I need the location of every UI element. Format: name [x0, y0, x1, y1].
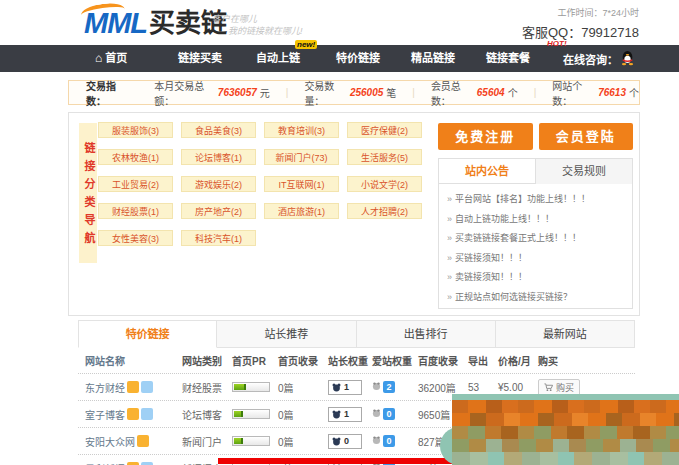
announcement-item[interactable]: »正规站点如何选链接买链接？ — [447, 288, 624, 308]
panda-icon — [372, 436, 381, 445]
category-item[interactable]: 科技汽车(1) — [181, 230, 256, 246]
pr-bar — [232, 436, 270, 446]
tab-newest-sites[interactable]: 最新网站 — [496, 320, 635, 348]
category-item[interactable]: 人才招聘(2) — [347, 203, 422, 219]
cert-blue-icon — [141, 381, 153, 393]
announcement-item[interactable]: »买卖链链接套餐正式上线！！！ — [447, 229, 624, 249]
stat-value: 256005 — [350, 87, 383, 98]
category-item[interactable]: 小说文学(2) — [347, 176, 422, 192]
login-button[interactable]: 会员登陆 — [539, 123, 634, 150]
category-item[interactable]: 生活服务(5) — [347, 149, 422, 165]
tagline-line1: 客户在哪儿 — [212, 13, 303, 25]
cart-icon — [544, 383, 553, 392]
col-baidu-index: 百度收录 — [418, 353, 468, 368]
category-item[interactable]: IT互联网(1) — [264, 176, 339, 192]
category-item[interactable]: 房产地产(2) — [181, 203, 256, 219]
aizhan-weight-badge: 2 — [372, 381, 395, 393]
aizhan-weight-badge: 0 — [372, 408, 395, 420]
chinaz-weight-cell: 0 — [328, 434, 372, 449]
col-buy: 购买 — [538, 353, 635, 368]
col-site-name: 网站名称 — [85, 353, 182, 368]
bullet-icon: » — [447, 233, 452, 243]
service-qq: 客服QQ：79912718 — [522, 22, 639, 41]
stat-value: 7636057 — [218, 87, 257, 98]
site-name-link[interactable]: 室子博客 — [85, 407, 182, 422]
site-logo[interactable]: MML 买卖链 — [84, 8, 227, 38]
category-item[interactable]: 论坛博客(1) — [181, 149, 256, 165]
qq-penguin-icon[interactable] — [620, 50, 635, 68]
announcement-item[interactable]: »平台网站【排名】功能上线！！！ — [447, 190, 624, 210]
stat-divider: | — [534, 87, 537, 98]
category-grid: 服装服饰(3) 食品美食(3) 教育培训(3) 医疗保健(2) 农林牧渔(1) … — [98, 122, 433, 246]
site-name-link[interactable]: 显利新闻 — [85, 461, 182, 465]
navbar: ⌂首页 链接买卖 自动上链 特价链接 精品链接 链接套餐 new! HOT! 在… — [0, 45, 679, 72]
export-count: 53 — [468, 382, 498, 393]
site-name-link[interactable]: 东方财经 — [85, 380, 182, 395]
nav-item-auto-link[interactable]: 自动上链 — [256, 45, 300, 72]
nav-item-special-links[interactable]: 特价链接 — [336, 45, 380, 72]
site-category: 财经股票 — [182, 380, 232, 395]
category-item[interactable]: 服装服饰(3) — [98, 122, 173, 138]
tab-trade-rules[interactable]: 交易规则 — [535, 159, 632, 184]
tab-webmaster-recommend[interactable]: 站长推荐 — [217, 320, 356, 348]
bullet-icon: » — [447, 253, 452, 263]
pr-bar — [232, 409, 270, 419]
bullet-icon: » — [447, 194, 452, 204]
stat-monthly-total: 本月交易总额：7636057元 — [154, 78, 270, 108]
chinaz-weight-cell: 1 — [328, 407, 372, 422]
aizhan-weight-cell: 2 — [372, 381, 418, 394]
category-item[interactable]: 医疗保健(2) — [347, 122, 422, 138]
pr-bar — [232, 382, 270, 392]
pr-bar-cell — [232, 382, 278, 392]
category-item[interactable]: 食品美食(3) — [181, 122, 256, 138]
announcement-item[interactable]: »买链接须知！！！ — [447, 249, 624, 269]
category-item[interactable]: 财经股票(1) — [98, 203, 173, 219]
chinaz-weight-cell: 1 — [328, 380, 372, 395]
tab-special-links[interactable]: 特价链接 — [78, 320, 217, 348]
censored-region — [452, 394, 679, 465]
category-item[interactable]: 游戏娱乐(2) — [181, 176, 256, 192]
table-header: 网站名称 网站类别 首页PR 首页收录 站长权重 爱站权重 百度收录 导出 价格… — [78, 348, 635, 374]
stat-member-count: 会员总数：65604个 — [431, 78, 518, 108]
tab-sales-ranking[interactable]: 出售排行 — [357, 320, 496, 348]
announcement-item[interactable]: »卖链接须知！！！ — [447, 268, 624, 288]
category-item[interactable]: 酒店旅游(1) — [264, 203, 339, 219]
category-item[interactable]: 工业贸易(2) — [98, 176, 173, 192]
nav-item-link-package[interactable]: 链接套餐 — [486, 45, 530, 72]
bear-icon — [332, 410, 341, 419]
cert-orange-icon — [127, 408, 139, 420]
stat-value: 65604 — [477, 87, 505, 98]
nav-item-link-trade[interactable]: 链接买卖 — [178, 45, 222, 72]
nav-item-home[interactable]: ⌂首页 — [95, 45, 127, 72]
aizhan-weight-badge: 0 — [372, 435, 395, 447]
listing-tabs: 特价链接 站长推荐 出售排行 最新网站 — [78, 320, 635, 348]
aizhan-weight-cell: 0 — [372, 408, 418, 421]
buy-button[interactable]: 购买 — [538, 379, 580, 396]
category-item[interactable]: 女性美容(3) — [98, 230, 173, 246]
new-badge: new! — [295, 40, 317, 49]
nav-item-premium-links[interactable]: 精品链接 — [411, 45, 455, 72]
category-item[interactable]: 教育培训(3) — [264, 122, 339, 138]
register-button[interactable]: 免费注册 — [438, 123, 533, 150]
home-index: 0篇 — [278, 434, 328, 449]
chinaz-weight-badge: 1 — [328, 380, 362, 395]
tagline: 客户在哪儿 我的链接就在哪儿! — [212, 13, 303, 37]
category-item[interactable]: 农林牧渔(1) — [98, 149, 173, 165]
right-panel: 免费注册 会员登陆 站内公告 交易规则 »平台网站【排名】功能上线！！！ »自动… — [438, 123, 633, 309]
stats-title: 交易指数： — [86, 78, 132, 108]
tagline-line2: 我的链接就在哪儿! — [228, 25, 303, 37]
announcement-item[interactable]: »自动上链功能上线！！！ — [447, 210, 624, 230]
col-chinaz-weight: 站长权重 — [328, 353, 372, 368]
bear-icon — [332, 437, 341, 446]
home-index: 0篇 — [278, 380, 328, 395]
online-consult[interactable]: 在线咨询： — [563, 45, 635, 72]
work-time: 工作时间：7*24小时 — [522, 6, 639, 19]
home-index: 0篇 — [278, 407, 328, 422]
tab-site-notice[interactable]: 站内公告 — [439, 159, 535, 183]
page: MML 买卖链 客户在哪儿 我的链接就在哪儿! 工作时间：7*24小时 客服QQ… — [0, 0, 679, 465]
site-name-link[interactable]: 安阳大众网 — [85, 434, 182, 449]
bullet-icon: » — [447, 214, 452, 224]
col-export: 导出 — [468, 353, 498, 368]
category-item[interactable]: 新闻门户(73) — [264, 149, 339, 165]
col-price: 价格/月 — [498, 353, 538, 368]
